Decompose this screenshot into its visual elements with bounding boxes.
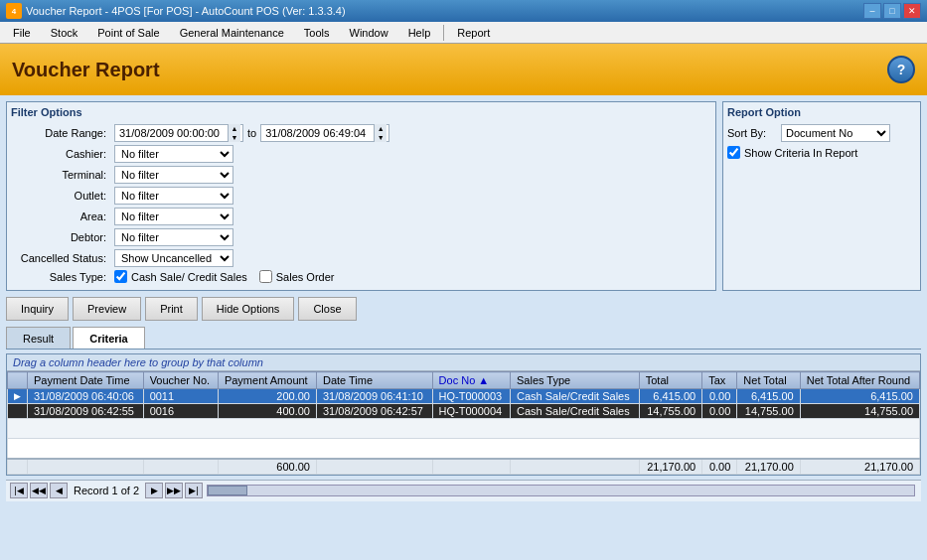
cell-voucher-no-1: 0011 bbox=[143, 389, 218, 404]
help-button[interactable]: ? bbox=[887, 56, 915, 83]
date-from-down[interactable]: ▼ bbox=[229, 133, 240, 142]
sales-type-row: Sales Type: Cash Sale/ Credit Sales Sale… bbox=[11, 270, 711, 283]
date-from-up[interactable]: ▲ bbox=[229, 124, 240, 133]
page-title: Voucher Report bbox=[12, 59, 160, 81]
maximize-button[interactable]: □ bbox=[883, 3, 901, 19]
col-doc-no[interactable]: Doc No ▲ bbox=[432, 372, 510, 389]
cell-payment-date-time-2: 31/08/2009 06:42:55 bbox=[28, 404, 144, 419]
tab-result[interactable]: Result bbox=[6, 327, 71, 349]
menu-help[interactable]: Help bbox=[399, 23, 440, 43]
inquiry-button[interactable]: Inquiry bbox=[6, 297, 69, 321]
date-range-label: Date Range: bbox=[11, 127, 110, 139]
date-to-up[interactable]: ▲ bbox=[375, 124, 386, 133]
col-net-total[interactable]: Net Total bbox=[737, 372, 800, 389]
title-bar-text: Voucher Report - 4POS [For POS] - AutoCo… bbox=[26, 5, 346, 17]
date-to-down[interactable]: ▼ bbox=[375, 133, 386, 142]
col-voucher-no[interactable]: Voucher No. bbox=[143, 372, 218, 389]
menu-separator bbox=[443, 25, 444, 41]
hide-options-button[interactable]: Hide Options bbox=[202, 297, 295, 321]
nav-prev-button[interactable]: ◀ bbox=[50, 483, 68, 498]
footer-net-total: 21,170.00 bbox=[737, 459, 800, 475]
area-row: Area: No filter bbox=[11, 208, 711, 225]
cell-payment-date-time-1: 31/08/2009 06:40:06 bbox=[28, 389, 144, 404]
footer-payment-date-time bbox=[28, 459, 144, 475]
date-to-input[interactable]: 31/08/2009 06:49:04 ▲ ▼ bbox=[260, 124, 389, 142]
preview-button[interactable]: Preview bbox=[73, 297, 141, 321]
table-row-empty bbox=[8, 419, 920, 439]
col-sales-type[interactable]: Sales Type bbox=[511, 372, 640, 389]
cell-voucher-no-2: 0016 bbox=[143, 404, 218, 419]
row-arrow-1: ▶ bbox=[8, 389, 28, 404]
date-range-control: 31/08/2009 00:00:00 ▲ ▼ to 31/08/2009 06… bbox=[114, 124, 389, 142]
col-total[interactable]: Total bbox=[639, 372, 701, 389]
sort-by-select[interactable]: Document No Date Cashier Terminal bbox=[781, 124, 890, 142]
outlet-select[interactable]: No filter bbox=[114, 187, 233, 205]
col-net-total-after-round[interactable]: Net Total After Round bbox=[800, 372, 919, 389]
nav-first-button[interactable]: |◀ bbox=[10, 483, 28, 498]
menu-point-of-sale[interactable]: Point of Sale bbox=[88, 23, 168, 43]
date-to-spin[interactable]: ▲ ▼ bbox=[374, 124, 386, 142]
sort-by-label: Sort By: bbox=[727, 127, 777, 139]
menu-report[interactable]: Report bbox=[448, 23, 499, 43]
col-payment-date-time[interactable]: Payment Date Time bbox=[28, 372, 144, 389]
nav-prev-page-button[interactable]: ◀◀ bbox=[30, 483, 48, 498]
menu-general-maintenance[interactable]: General Maintenance bbox=[171, 23, 293, 43]
menu-file[interactable]: File bbox=[4, 23, 40, 43]
footer-voucher-no bbox=[143, 459, 218, 475]
cell-net-total-1: 6,415.00 bbox=[737, 389, 800, 404]
cell-sales-type-1: Cash Sale/Credit Sales bbox=[511, 389, 640, 404]
footer-date-time bbox=[316, 459, 432, 475]
tab-criteria[interactable]: Criteria bbox=[73, 327, 145, 349]
cancelled-status-select[interactable]: Show Uncancelled bbox=[114, 249, 233, 267]
cell-payment-amount-2: 400.00 bbox=[218, 404, 316, 419]
horizontal-scrollbar[interactable] bbox=[207, 485, 915, 496]
area-label: Area: bbox=[11, 210, 110, 222]
title-bar: 4 Voucher Report - 4POS [For POS] - Auto… bbox=[0, 0, 927, 22]
sales-type-control: Cash Sale/ Credit Sales Sales Order bbox=[114, 270, 334, 283]
cell-date-time-2: 31/08/2009 06:42:57 bbox=[316, 404, 432, 419]
col-date-time[interactable]: Date Time bbox=[316, 372, 432, 389]
nav-last-button[interactable]: ▶| bbox=[185, 483, 203, 498]
col-tax[interactable]: Tax bbox=[702, 372, 737, 389]
menu-stock[interactable]: Stock bbox=[42, 23, 87, 43]
cell-total-2: 14,755.00 bbox=[639, 404, 701, 419]
cashier-label: Cashier: bbox=[11, 148, 110, 160]
date-range-row: Date Range: 31/08/2009 00:00:00 ▲ ▼ to 3… bbox=[11, 124, 711, 142]
cell-date-time-1: 31/08/2009 06:41:10 bbox=[316, 389, 432, 404]
sales-type-checkbox2-label: Sales Order bbox=[276, 271, 335, 283]
show-criteria-checkbox[interactable] bbox=[727, 146, 740, 159]
terminal-label: Terminal: bbox=[11, 169, 110, 181]
cell-doc-no-1: HQ-T000003 bbox=[432, 389, 510, 404]
minimize-button[interactable]: – bbox=[863, 3, 881, 19]
menu-window[interactable]: Window bbox=[341, 23, 397, 43]
area-select[interactable]: No filter bbox=[114, 208, 233, 225]
cashier-select[interactable]: No filter bbox=[114, 145, 233, 163]
nav-next-button[interactable]: ▶ bbox=[145, 483, 163, 498]
print-button[interactable]: Print bbox=[145, 297, 198, 321]
sales-type-checkbox1[interactable] bbox=[114, 270, 127, 283]
app-icon: 4 bbox=[6, 3, 22, 19]
close-button[interactable]: Close bbox=[298, 297, 356, 321]
col-arrow bbox=[8, 372, 28, 389]
scrollbar-thumb[interactable] bbox=[208, 486, 247, 495]
sales-type-checkbox2-row: Sales Order bbox=[259, 270, 335, 283]
cell-sales-type-2: Cash Sale/Credit Sales bbox=[511, 404, 640, 419]
table-row[interactable]: ▶ 31/08/2009 06:40:06 0011 200.00 31/08/… bbox=[8, 389, 920, 404]
sales-type-checkbox2[interactable] bbox=[259, 270, 272, 283]
debtor-row: Debtor: No filter bbox=[11, 228, 711, 246]
table-row[interactable]: 31/08/2009 06:42:55 0016 400.00 31/08/20… bbox=[8, 404, 920, 419]
cell-net-total-after-round-1: 6,415.00 bbox=[800, 389, 919, 404]
date-from-spin[interactable]: ▲ ▼ bbox=[228, 124, 240, 142]
nav-next-page-button[interactable]: ▶▶ bbox=[165, 483, 183, 498]
date-from-input[interactable]: 31/08/2009 00:00:00 ▲ ▼ bbox=[114, 124, 243, 142]
terminal-row: Terminal: No filter bbox=[11, 166, 711, 184]
terminal-select[interactable]: No filter bbox=[114, 166, 233, 184]
close-button[interactable]: ✕ bbox=[903, 3, 921, 19]
filter-panel: Filter Options Date Range: 31/08/2009 00… bbox=[6, 101, 921, 291]
debtor-select[interactable]: No filter bbox=[114, 228, 233, 246]
col-payment-amount[interactable]: Payment Amount bbox=[218, 372, 316, 389]
cell-doc-no-2: HQ-T000004 bbox=[432, 404, 510, 419]
drag-hint: Drag a column header here to group by th… bbox=[7, 354, 920, 371]
menu-tools[interactable]: Tools bbox=[295, 23, 339, 43]
record-label: Record 1 of 2 bbox=[74, 485, 139, 496]
